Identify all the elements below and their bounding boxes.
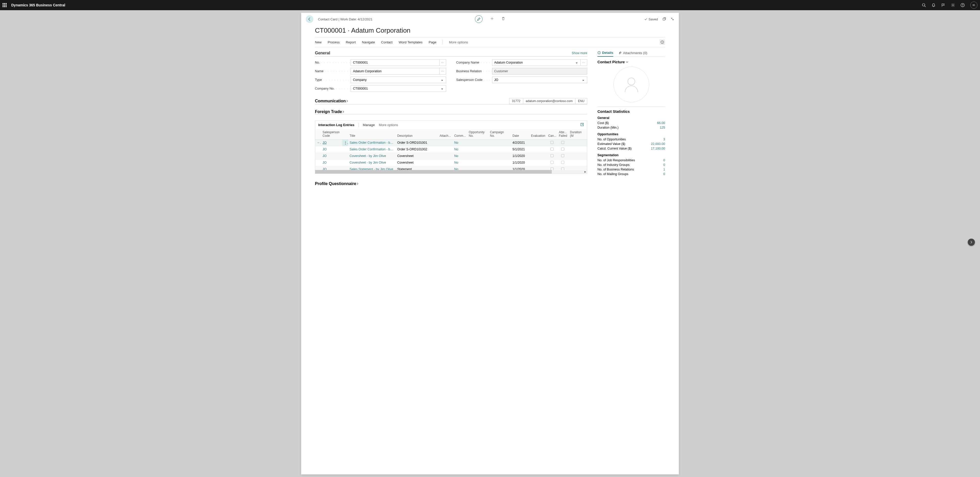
settings-icon[interactable] <box>951 3 955 7</box>
svg-point-0 <box>922 3 925 6</box>
svg-point-5 <box>963 6 963 6</box>
svg-point-3 <box>953 5 953 6</box>
svg-line-1 <box>924 6 926 7</box>
flag-icon[interactable] <box>941 3 945 7</box>
user-avatar[interactable]: IK <box>970 2 977 9</box>
top-navigation-bar: Dynamics 365 Business Central IK <box>0 0 980 10</box>
app-launcher-icon[interactable] <box>3 3 6 7</box>
search-icon[interactable] <box>922 3 926 7</box>
app-title: Dynamics 365 Business Central <box>11 3 65 7</box>
notifications-icon[interactable] <box>932 3 935 7</box>
help-icon[interactable] <box>961 3 965 7</box>
